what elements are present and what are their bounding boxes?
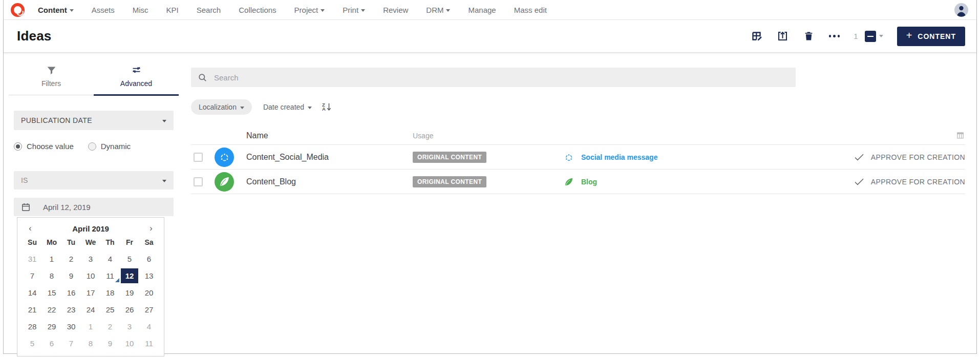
calendar-day-cell[interactable]: 9 [61, 267, 81, 284]
calendar-day-cell[interactable]: 30 [61, 318, 81, 335]
calendar-day-cell[interactable]: 7 [23, 267, 42, 284]
usage-link[interactable]: Social media message [581, 153, 657, 161]
mass-edit-icon[interactable] [751, 30, 763, 43]
nav-item-misc[interactable]: Misc [133, 6, 148, 14]
nav-item-kpi[interactable]: KPI [166, 6, 179, 14]
calendar-day-cell[interactable]: 3 [81, 250, 100, 267]
calendar-day-cell[interactable]: 24 [81, 301, 100, 318]
calendar-day-cell[interactable]: 26 [120, 301, 139, 318]
table-row[interactable]: Content_BlogORIGINAL CONTENTBlogAPPROVE … [191, 170, 965, 194]
calendar-day-cell[interactable]: 23 [61, 301, 81, 318]
brand-logo-icon[interactable] [11, 3, 25, 17]
select-all-indeterminate-icon[interactable] [865, 31, 876, 42]
search-input[interactable] [214, 73, 789, 82]
radio-dynamic[interactable]: Dynamic [88, 142, 131, 151]
calendar-day-cell[interactable]: 20 [139, 284, 159, 301]
tab-advanced[interactable]: Advanced [94, 58, 179, 95]
calendar-day-cell[interactable]: 6 [139, 250, 159, 267]
column-settings-icon[interactable] [955, 131, 965, 140]
user-avatar[interactable] [954, 3, 968, 17]
sort-order-icon[interactable]: ZA [322, 102, 332, 112]
calendar-day-cell[interactable]: 21 [23, 301, 42, 318]
chevron-down-icon[interactable] [879, 35, 883, 37]
search-bar[interactable] [191, 68, 796, 87]
calendar-day-cell[interactable]: 5 [23, 335, 42, 352]
calendar-day-cell[interactable]: 11 [100, 267, 120, 284]
calendar-day-cell[interactable]: 8 [42, 267, 61, 284]
next-month-icon[interactable]: › [143, 224, 159, 233]
calendar-day-cell[interactable]: 10 [81, 267, 100, 284]
row-action[interactable]: APPROVE FOR CREATION [829, 178, 965, 186]
row-name[interactable]: Content_Blog [246, 177, 413, 186]
date-input[interactable]: April 12, 2019 [14, 198, 174, 216]
nav-item-drm[interactable]: DRM [426, 6, 450, 14]
calendar-day-cell[interactable]: 13 [139, 267, 159, 284]
row-checkbox[interactable] [194, 177, 203, 186]
column-usage[interactable]: Usage [413, 132, 564, 140]
nav-item-print[interactable]: Print [343, 6, 365, 14]
nav-item-label: Assets [92, 6, 115, 14]
calendar-day-cell[interactable]: 2 [61, 250, 81, 267]
calendar-day-cell[interactable]: 18 [100, 284, 120, 301]
nav-item-project[interactable]: Project [294, 6, 325, 14]
nav-item-assets[interactable]: Assets [92, 6, 115, 14]
export-icon[interactable] [777, 30, 789, 43]
calendar-day-cell[interactable]: 9 [100, 335, 120, 352]
calendar-day-cell[interactable]: 8 [81, 335, 100, 352]
publication-date-dropdown[interactable]: PUBLICATION DATE [14, 111, 174, 130]
date-created-label: Date created [263, 103, 304, 111]
operator-dropdown[interactable]: IS [14, 171, 174, 190]
calendar-day-cell[interactable]: 16 [61, 284, 81, 301]
calendar-day-cell[interactable]: 1 [81, 318, 100, 335]
radio-selected-icon[interactable] [14, 142, 22, 151]
calendar-day-cell[interactable]: 22 [42, 301, 61, 318]
calendar-day-cell[interactable]: 14 [23, 284, 42, 301]
feather-icon [564, 177, 574, 187]
calendar-day-cell[interactable]: 11 [139, 335, 159, 352]
calendar-day-cell[interactable]: 6 [42, 335, 61, 352]
nav-item-mass-edit[interactable]: Mass edit [514, 6, 547, 14]
row-checkbox[interactable] [194, 153, 203, 162]
calendar-day-cell[interactable]: 2 [100, 318, 120, 335]
date-created-sort[interactable]: Date created [263, 103, 312, 111]
delete-icon[interactable] [803, 30, 815, 43]
calendar-day-cell[interactable]: 10 [120, 335, 139, 352]
calendar-day-cell-selected[interactable]: 12 [120, 267, 139, 284]
calendar-day-cell[interactable]: 31 [23, 250, 42, 267]
nav-item-content[interactable]: Content [38, 6, 74, 14]
radio-unselected-icon[interactable] [88, 142, 96, 151]
calendar-day-cell[interactable]: 4 [139, 318, 159, 335]
calendar-day-cell[interactable]: 27 [139, 301, 159, 318]
nav-item-review[interactable]: Review [383, 6, 408, 14]
calendar-day-cell[interactable]: 25 [100, 301, 120, 318]
nav-item-manage[interactable]: Manage [468, 6, 496, 14]
add-content-button[interactable]: + CONTENT [897, 27, 965, 46]
tab-filters[interactable]: Filters [9, 58, 94, 95]
calendar-day-cell[interactable]: 29 [42, 318, 61, 335]
table-row[interactable]: Content_Social_MediaORIGINAL CONTENTSoci… [191, 145, 965, 170]
row-name[interactable]: Content_Social_Media [246, 153, 413, 162]
calendar-day-cell[interactable]: 28 [23, 318, 42, 335]
selection-toggle[interactable] [865, 31, 883, 42]
nav-item-label: DRM [426, 6, 443, 14]
calendar-day-cell[interactable]: 19 [120, 284, 139, 301]
calendar-day-cell[interactable]: 5 [120, 250, 139, 267]
column-name[interactable]: Name [246, 131, 413, 140]
calendar-day-cell[interactable]: 3 [120, 318, 139, 335]
row-action[interactable]: APPROVE FOR CREATION [829, 153, 965, 161]
nav-item-search[interactable]: Search [197, 6, 221, 14]
calendar-day-cell[interactable]: 7 [61, 335, 81, 352]
localization-chip[interactable]: Localization [191, 99, 252, 115]
nav-item-collections[interactable]: Collections [239, 6, 276, 14]
calendar-day-header: Mo [42, 236, 61, 250]
calendar-day-cell[interactable]: 1 [42, 250, 61, 267]
radio-choose-value[interactable]: Choose value [14, 142, 74, 151]
calendar-day-cell[interactable]: 4 [100, 250, 120, 267]
calendar-day-cell[interactable]: 15 [42, 284, 61, 301]
prev-month-icon[interactable]: ‹ [23, 224, 38, 233]
main-panel: Localization Date created ZA [184, 53, 976, 353]
usage-link[interactable]: Blog [581, 178, 597, 186]
calendar-day-cell[interactable]: 17 [81, 284, 100, 301]
more-options-icon[interactable] [829, 35, 840, 37]
calendar-day-number: 5 [24, 336, 41, 351]
